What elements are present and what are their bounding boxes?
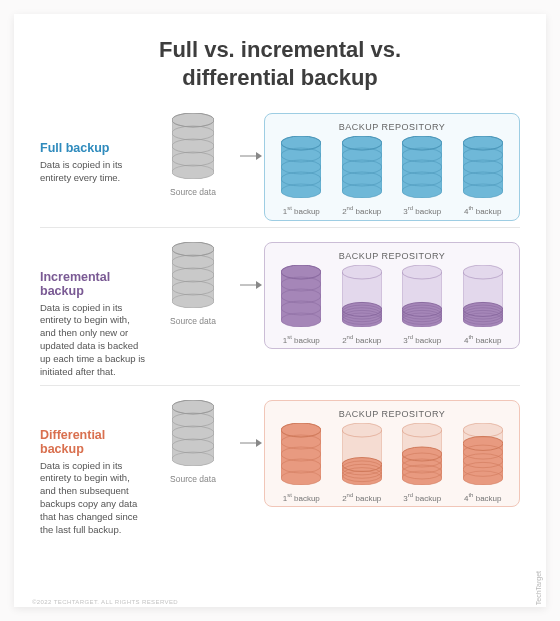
row-differential: Differential backupData is copied in its… [40, 385, 520, 543]
backup-cylinder-icon [281, 423, 321, 489]
backup-item: 1st backup [272, 265, 330, 345]
backup-cylinder-icon [281, 136, 321, 202]
arrow-incremental [238, 242, 264, 290]
arrow-differential [238, 400, 264, 448]
arrow-full [238, 113, 264, 161]
backup-cylinder-icon [342, 265, 382, 331]
backup-item: 2nd backup [333, 136, 391, 216]
repo-items: 1st backup2nd backup3rd backup4th backup [271, 423, 513, 503]
source-differential: Source data [148, 400, 238, 484]
source-label: Source data [170, 187, 216, 197]
source-label: Source data [170, 316, 216, 326]
backup-item: 2nd backup [333, 423, 391, 503]
type-title: Full backup [40, 141, 148, 155]
svg-marker-12 [256, 152, 262, 160]
backup-caption: 1st backup [283, 334, 320, 345]
source-incremental: Source data [148, 242, 238, 326]
title-line-2: differential backup [182, 65, 378, 90]
repo-label: BACKUP REPOSITORY [271, 409, 513, 419]
repo-incremental: BACKUP REPOSITORY1st backup2nd backup3rd… [264, 242, 520, 350]
backup-item: 3rd backup [393, 265, 451, 345]
backup-cylinder-icon [463, 265, 503, 331]
repo-full: BACKUP REPOSITORY1st backup2nd backup3rd… [264, 113, 520, 221]
arrow-icon [240, 151, 262, 161]
source-label: Source data [170, 474, 216, 484]
diagram-card: Full vs. incremental vs. differential ba… [14, 14, 546, 607]
type-title: Differential backup [40, 428, 148, 456]
row-incremental: Incremental backupData is copied in its … [40, 227, 520, 385]
backup-caption: 2nd backup [342, 205, 381, 216]
repo-items: 1st backup2nd backup3rd backup4th backup [271, 136, 513, 216]
source-cylinder-icon [172, 400, 214, 470]
repo-label: BACKUP REPOSITORY [271, 251, 513, 261]
vertical-credit: TechTarget [535, 571, 542, 605]
backup-item: 2nd backup [333, 265, 391, 345]
backup-cylinder-icon [402, 265, 442, 331]
backup-caption: 1st backup [283, 205, 320, 216]
backup-item: 4th backup [454, 136, 512, 216]
repo-differential: BACKUP REPOSITORY1st backup2nd backup3rd… [264, 400, 520, 508]
backup-caption: 4th backup [464, 205, 502, 216]
backup-caption: 3rd backup [403, 334, 441, 345]
backup-item: 4th backup [454, 423, 512, 503]
backup-item: 1st backup [272, 423, 330, 503]
description-incremental: Incremental backupData is copied in its … [40, 242, 148, 379]
backup-caption: 4th backup [464, 492, 502, 503]
footer-credit: ©2022 TECHTARGET. ALL RIGHTS RESERVED [32, 599, 178, 605]
source-full: Source data [148, 113, 238, 197]
backup-caption: 2nd backup [342, 492, 381, 503]
svg-marker-126 [256, 439, 262, 447]
backup-item: 1st backup [272, 136, 330, 216]
row-full: Full backupData is copied in its entiret… [40, 99, 520, 227]
source-cylinder-icon [172, 242, 214, 312]
source-cylinder-icon [172, 113, 214, 183]
svg-marker-69 [256, 281, 262, 289]
title-line-1: Full vs. incremental vs. [159, 37, 401, 62]
backup-cylinder-icon [281, 265, 321, 331]
backup-item: 3rd backup [393, 423, 451, 503]
backup-caption: 2nd backup [342, 334, 381, 345]
backup-caption: 4th backup [464, 334, 502, 345]
backup-cylinder-icon [342, 136, 382, 202]
backup-cylinder-icon [402, 136, 442, 202]
backup-caption: 3rd backup [403, 205, 441, 216]
backup-caption: 3rd backup [403, 492, 441, 503]
backup-cylinder-icon [402, 423, 442, 489]
backup-item: 4th backup [454, 265, 512, 345]
backup-caption: 1st backup [283, 492, 320, 503]
svg-point-165 [463, 436, 503, 450]
backup-item: 3rd backup [393, 136, 451, 216]
description-full: Full backupData is copied in its entiret… [40, 113, 148, 185]
arrow-icon [240, 438, 262, 448]
backup-cylinder-icon [463, 423, 503, 489]
backup-cylinder-icon [342, 423, 382, 489]
repo-items: 1st backup2nd backup3rd backup4th backup [271, 265, 513, 345]
type-desc: Data is copied in its entirety every tim… [40, 159, 148, 185]
type-desc: Data is copied in its entirety to begin … [40, 302, 148, 379]
type-desc: Data is copied in its entirety to begin … [40, 460, 148, 537]
backup-cylinder-icon [463, 136, 503, 202]
arrow-icon [240, 280, 262, 290]
page-title: Full vs. incremental vs. differential ba… [40, 36, 520, 91]
repo-label: BACKUP REPOSITORY [271, 122, 513, 132]
type-title: Incremental backup [40, 270, 148, 298]
description-differential: Differential backupData is copied in its… [40, 400, 148, 537]
